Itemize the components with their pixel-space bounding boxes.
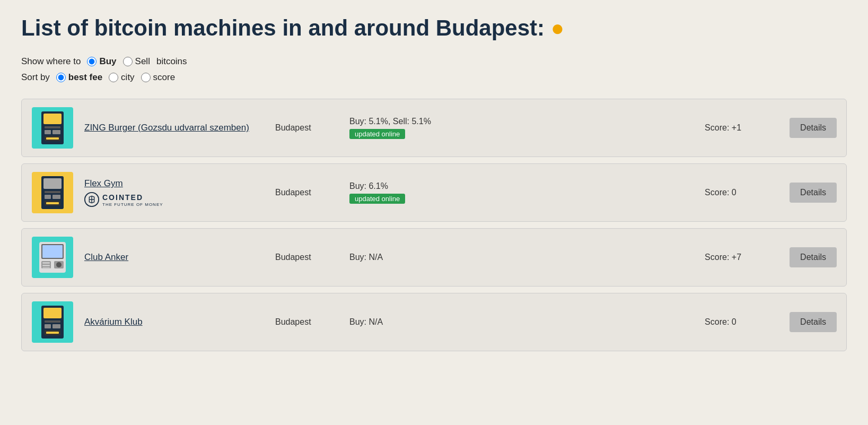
svg-rect-13 [46,202,59,204]
table-row: ZING Burger (Gozsdu udvarral szemben) Bu… [21,99,847,157]
cointed-logo: COINTED THE FUTURE OF MONEY [84,192,265,207]
machine-fee-3: Buy: N/A [349,317,694,327]
svg-point-22 [56,262,62,267]
buy-radio[interactable] [87,57,97,66]
machine-image-0 [31,107,74,149]
cointed-text: COINTED [102,193,143,202]
sell-label: Sell [135,56,150,67]
machine-city-1: Budapest [275,188,339,197]
svg-rect-27 [43,308,62,318]
svg-rect-2 [45,126,60,128]
updated-badge: updated online [349,129,405,139]
machine-score-2: Score: +7 [705,253,779,262]
buy-radio-label[interactable]: Buy [87,56,116,67]
machines-list: ZING Burger (Gozsdu udvarral szemben) Bu… [21,99,847,351]
machine-city-2: Budapest [275,253,339,262]
details-button-0[interactable]: Details [790,118,837,138]
best-fee-label: best fee [68,72,102,83]
score-radio[interactable] [141,73,151,82]
details-button-1[interactable]: Details [790,183,837,203]
page-title: List of bitcoin machines in and around B… [21,16,847,40]
machine-name-3: Akvárium Klub [84,317,265,327]
buy-label: Buy [99,56,116,67]
details-button-2[interactable]: Details [790,247,837,267]
machine-score-1: Score: 0 [705,188,779,197]
best-fee-radio-label[interactable]: best fee [56,72,102,83]
svg-rect-8 [43,178,62,189]
details-button-3[interactable]: Details [790,312,837,332]
sell-radio[interactable] [123,57,133,66]
svg-rect-24 [42,265,50,266]
svg-rect-32 [46,332,59,334]
svg-rect-9 [45,191,60,193]
score-sort-label: score [153,72,176,83]
machine-fee-2: Buy: N/A [349,253,694,262]
machine-score-0: Score: +1 [705,123,779,133]
table-row: Flex Gym COINTED THE FUTURE OF MONEY Bud… [21,163,847,222]
machine-city-3: Budapest [275,317,339,327]
updated-badge: updated online [349,194,405,204]
cointed-sub: THE FUTURE OF MONEY [102,203,163,207]
city-radio-label[interactable]: city [109,72,135,83]
sell-radio-label[interactable]: Sell [123,56,150,67]
machine-link-2[interactable]: Club Anker [84,252,128,262]
machine-score-3: Score: 0 [705,317,779,327]
svg-rect-1 [43,114,62,124]
machine-link-0[interactable]: ZING Burger (Gozsdu udvarral szemben) [84,123,249,133]
svg-rect-25 [42,267,50,269]
svg-rect-19 [42,245,63,258]
svg-rect-3 [45,130,51,134]
svg-rect-4 [52,130,60,134]
machine-link-3[interactable]: Akvárium Klub [84,317,143,327]
svg-rect-30 [52,324,60,328]
machine-image-1 [31,171,74,214]
machine-fee-0: Buy: 5.1%, Sell: 5.1%updated online [349,117,694,139]
svg-rect-10 [45,195,51,199]
table-row: Club Anker Budapest Buy: N/A Score: +7 D… [21,228,847,287]
machine-name-1: Flex Gym COINTED THE FUTURE OF MONEY [84,178,265,207]
show-where-label: Show where to [21,56,81,67]
best-fee-radio[interactable] [56,73,66,82]
svg-rect-28 [45,320,60,323]
title-dot: ● [551,15,564,40]
machine-city-0: Budapest [275,123,339,133]
machine-link-1[interactable]: Flex Gym [84,178,123,188]
svg-rect-23 [42,262,50,264]
sort-by-label: Sort by [21,72,50,83]
table-row: Akvárium Klub Budapest Buy: N/A Score: 0… [21,293,847,351]
sort-by-row: Sort by best fee city score [21,72,847,83]
svg-rect-29 [45,324,51,328]
bitcoins-label: bitcoins [156,56,187,67]
machine-fee-1: Buy: 6.1%updated online [349,181,694,204]
city-sort-label: city [121,72,135,83]
city-radio[interactable] [109,73,118,82]
machine-name-2: Club Anker [84,252,265,263]
controls-section: Show where to Buy Sell bitcoins Sort by … [21,56,847,83]
machine-name-0: ZING Burger (Gozsdu udvarral szemben) [84,123,265,133]
machine-image-3 [31,301,74,343]
svg-rect-11 [52,195,60,199]
score-radio-label[interactable]: score [141,72,176,83]
show-where-row: Show where to Buy Sell bitcoins [21,56,847,67]
svg-rect-6 [46,137,59,140]
machine-image-2 [31,236,74,279]
